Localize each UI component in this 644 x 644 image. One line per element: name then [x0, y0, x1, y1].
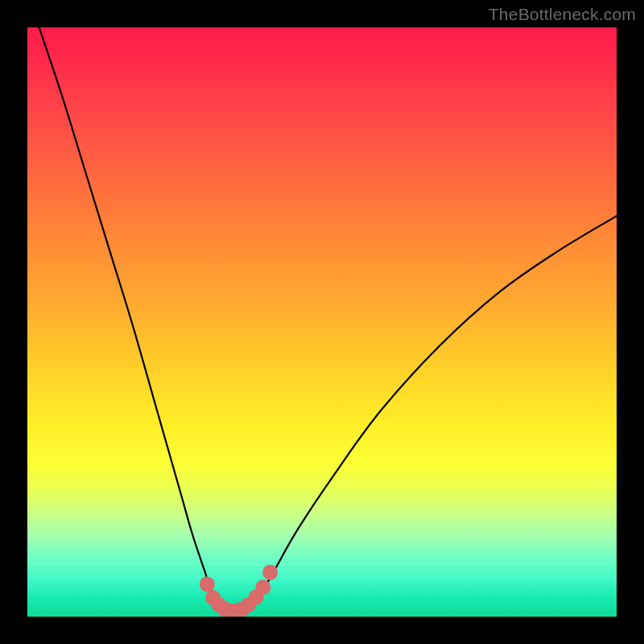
bottleneck-curve — [39, 27, 617, 611]
highlight-dot — [255, 580, 270, 595]
watermark-text: TheBottleneck.com — [489, 5, 636, 24]
plot-area — [27, 27, 617, 617]
highlight-dot — [200, 576, 215, 592]
chart-frame: TheBottleneck.com — [0, 0, 644, 644]
highlight-dots — [200, 565, 278, 617]
highlight-dot — [262, 565, 278, 580]
curve-layer — [27, 27, 617, 617]
